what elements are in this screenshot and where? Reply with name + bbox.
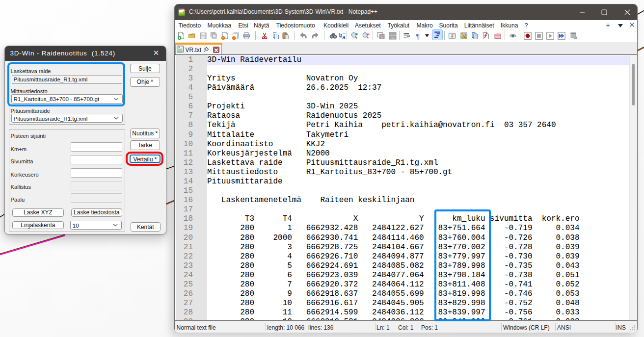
svg-text:LC: LC	[574, 36, 578, 38]
svg-text:¶: ¶	[416, 32, 420, 40]
svg-text:b: b	[339, 32, 342, 38]
svg-text:a: a	[342, 34, 345, 40]
